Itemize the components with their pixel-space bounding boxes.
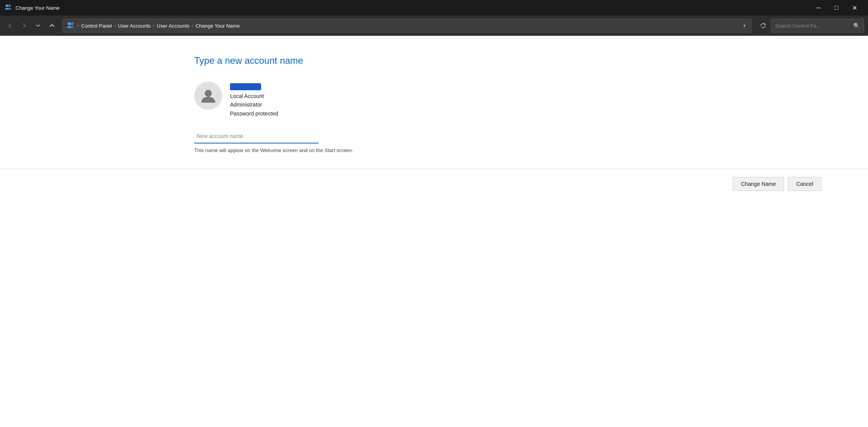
user-name-redacted [230, 83, 261, 90]
up-button[interactable] [46, 19, 58, 32]
input-hint: This name will appear on the Welcome scr… [194, 147, 868, 153]
breadcrumb-current: Change Your Name [195, 23, 239, 29]
breadcrumb-sep4: › [192, 23, 193, 28]
search-input[interactable] [775, 23, 851, 29]
maximize-button[interactable]: □ [828, 0, 845, 16]
breadcrumb-sep1: › [77, 23, 79, 28]
navigation-bar: › Control Panel › User Accounts › User A… [0, 16, 868, 36]
avatar [194, 82, 222, 110]
user-account-type: Local Account Administrator Password pro… [230, 92, 278, 118]
forward-button[interactable] [18, 19, 30, 32]
svg-point-4 [205, 90, 212, 97]
close-button[interactable]: ✕ [845, 0, 863, 16]
address-bar[interactable]: › Control Panel › User Accounts › User A… [62, 19, 751, 33]
svg-point-0 [5, 4, 8, 7]
svg-point-1 [8, 4, 11, 7]
breadcrumb: › Control Panel › User Accounts › User A… [77, 23, 742, 29]
new-account-name-input[interactable] [194, 130, 319, 144]
breadcrumb-user-accounts2[interactable]: User Accounts [157, 23, 190, 29]
window-icon [5, 4, 12, 12]
svg-point-3 [70, 22, 73, 25]
refresh-button[interactable] [757, 19, 769, 32]
minimize-button[interactable]: ─ [810, 0, 828, 16]
breadcrumb-sep3: › [153, 23, 155, 28]
recent-locations-button[interactable] [32, 19, 44, 32]
change-name-button[interactable]: Change Name [733, 177, 784, 191]
search-box[interactable]: 🔍 [771, 19, 864, 33]
svg-point-2 [68, 22, 71, 25]
address-home-icon [66, 21, 77, 30]
breadcrumb-sep2: › [114, 23, 116, 28]
breadcrumb-control-panel[interactable]: Control Panel [81, 23, 112, 29]
search-button[interactable]: 🔍 [853, 23, 860, 29]
title-bar: Change Your Name ─ □ ✕ [0, 0, 868, 16]
cancel-button[interactable]: Cancel [788, 177, 821, 191]
window-controls: ─ □ ✕ [810, 0, 863, 16]
input-section [194, 130, 868, 144]
user-section: Local Account Administrator Password pro… [194, 82, 868, 118]
user-info: Local Account Administrator Password pro… [230, 82, 278, 118]
action-buttons: Change Name Cancel [0, 169, 868, 191]
breadcrumb-user-accounts1[interactable]: User Accounts [118, 23, 151, 29]
address-dropdown-button[interactable]: ▾ [742, 23, 747, 28]
page-title: Type a new account name [194, 55, 868, 66]
back-button[interactable] [4, 19, 16, 32]
window-title: Change Your Name [16, 5, 806, 11]
main-content: Type a new account name Local Account Ad… [0, 36, 868, 427]
